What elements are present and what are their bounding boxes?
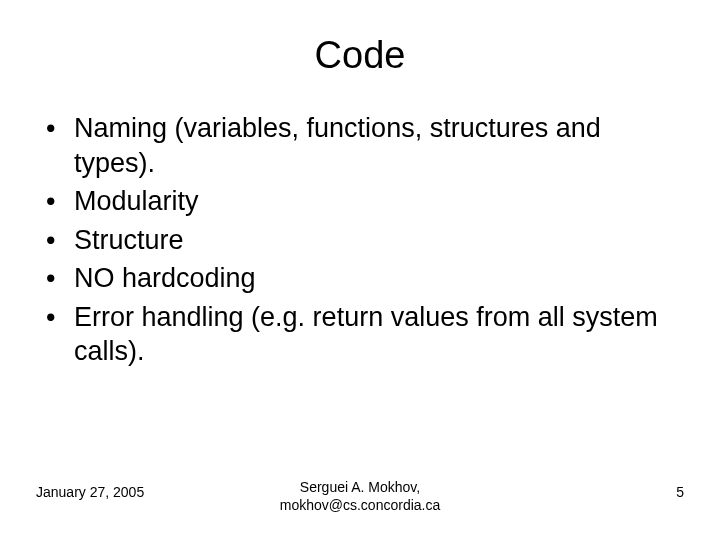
- slide: Code Naming (variables, functions, struc…: [0, 0, 720, 540]
- bullet-item: NO hardcoding: [42, 261, 684, 296]
- bullet-item: Structure: [42, 223, 684, 258]
- bullet-item: Naming (variables, functions, structures…: [42, 111, 684, 180]
- bullet-item: Error handling (e.g. return values from …: [42, 300, 684, 369]
- slide-footer: January 27, 2005 Serguei A. Mokhov, mokh…: [0, 479, 720, 514]
- slide-title: Code: [36, 34, 684, 77]
- footer-page-number: 5: [676, 484, 684, 500]
- bullet-item: Modularity: [42, 184, 684, 219]
- footer-date: January 27, 2005: [36, 484, 144, 500]
- bullet-list: Naming (variables, functions, structures…: [36, 111, 684, 369]
